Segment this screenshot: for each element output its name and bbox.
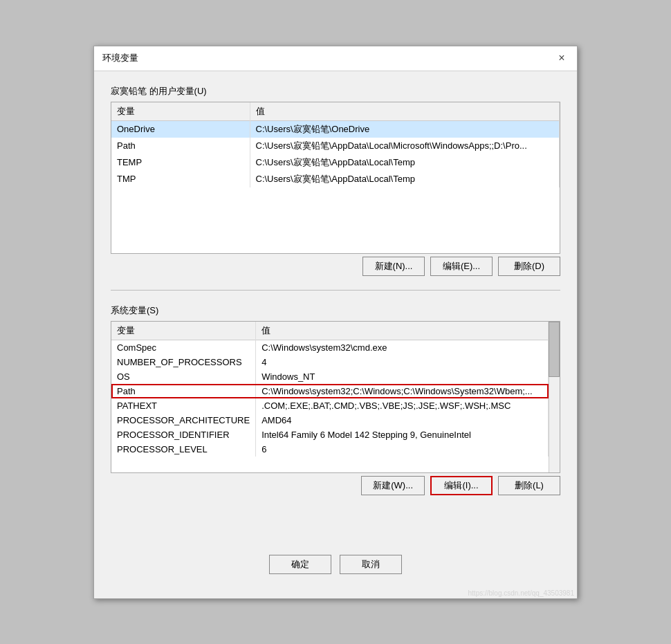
table-row[interactable]: PROCESSOR_ARCHITECTUREAMD64 [111,413,549,427]
dialog-title: 环境变量 [102,52,138,64]
table-row[interactable]: PROCESSOR_LEVEL6 [111,442,549,457]
table-row[interactable]: ComSpecC:\Windows\system32\cmd.exe [111,340,549,355]
var-cell: TEMP [111,154,250,171]
var-cell: ComSpec [111,340,256,355]
val-cell: Intel64 Family 6 Model 142 Stepping 9, G… [256,427,549,442]
val-cell: C:\Users\寂寞铅笔\AppData\Local\Temp [250,171,560,187]
user-table-header: 变量 值 [111,102,560,121]
sys-col-val: 值 [256,322,549,340]
val-cell: C:\Windows\system32\cmd.exe [256,340,549,355]
sys-buttons-row: 新建(W)... 编辑(I)... 删除(L) [111,476,560,495]
var-cell: OS [111,369,256,384]
watermark: https://blog.csdn.net/qq_43503981 [94,588,577,598]
section-divider [111,290,560,291]
ok-button[interactable]: 确定 [269,555,331,574]
val-cell: Windows_NT [256,369,549,384]
val-cell: C:\Users\寂寞铅笔\AppData\Local\Microsoft\Wi… [250,138,560,154]
close-button[interactable]: × [555,51,569,65]
sys-edit-button[interactable]: 编辑(I)... [430,476,493,495]
sys-variables-table: 变量 值 ComSpecC:\Windows\system32\cmd.exeN… [111,322,549,457]
sys-variables-section: 系统变量(S) 变量 值 ComSpecC:\Windows\system32\… [111,304,560,530]
val-cell: C:\Users\寂寞铅笔\AppData\Local\Temp [250,154,560,171]
sys-variables-table-container[interactable]: 变量 值 ComSpecC:\Windows\system32\cmd.exeN… [111,321,560,473]
scrollbar-track[interactable] [549,322,560,472]
var-cell: OneDrive [111,120,250,138]
table-row[interactable]: PathC:\Users\寂寞铅笔\AppData\Local\Microsof… [111,138,560,154]
var-cell: PROCESSOR_ARCHITECTURE [111,413,256,427]
table-row[interactable]: NUMBER_OF_PROCESSORS4 [111,355,549,369]
user-variables-table-container[interactable]: 变量 值 OneDriveC:\Users\寂寞铅笔\OneDrivePathC… [111,102,560,254]
footer-buttons: 确定 取消 [94,544,577,588]
sys-delete-button[interactable]: 删除(L) [498,476,560,495]
user-col-var: 变量 [111,102,250,121]
table-row[interactable]: OSWindows_NT [111,369,549,384]
var-cell: Path [111,384,256,398]
sys-col-var: 变量 [111,322,256,340]
sys-section-label: 系统变量(S) [111,304,560,317]
scrollbar-thumb[interactable] [549,322,560,377]
title-bar: 环境变量 × [94,46,577,71]
table-row[interactable]: PathC:\Windows\system32;C:\Windows;C:\Wi… [111,384,549,398]
sys-table-body: ComSpecC:\Windows\system32\cmd.exeNUMBER… [111,340,549,457]
cancel-button[interactable]: 取消 [340,555,402,574]
user-section-label: 寂寞铅笔 的用户变量(U) [111,85,560,98]
var-cell: PATHEXT [111,398,256,413]
table-row[interactable]: PATHEXT.COM;.EXE;.BAT;.CMD;.VBS;.VBE;JS;… [111,398,549,413]
user-variables-table: 变量 值 OneDriveC:\Users\寂寞铅笔\OneDrivePathC… [111,102,560,187]
user-col-val: 值 [250,102,560,121]
sys-table-header: 变量 值 [111,322,549,340]
user-delete-button[interactable]: 删除(D) [498,257,560,276]
sys-new-button[interactable]: 新建(W)... [361,476,425,495]
user-edit-button[interactable]: 编辑(E)... [430,257,493,276]
var-cell: NUMBER_OF_PROCESSORS [111,355,256,369]
var-cell: PROCESSOR_IDENTIFIER [111,427,256,442]
user-buttons-row: 新建(N)... 编辑(E)... 删除(D) [111,257,560,276]
table-row[interactable]: TEMPC:\Users\寂寞铅笔\AppData\Local\Temp [111,154,560,171]
user-variables-section: 寂寞铅笔 的用户变量(U) 变量 值 OneDriveC:\Users\寂寞铅笔… [111,85,560,276]
val-cell: AMD64 [256,413,549,427]
val-cell: C:\Users\寂寞铅笔\OneDrive [250,120,560,138]
user-table-body: OneDriveC:\Users\寂寞铅笔\OneDrivePathC:\Use… [111,120,560,187]
table-row[interactable]: PROCESSOR_IDENTIFIERIntel64 Family 6 Mod… [111,427,549,442]
var-cell: Path [111,138,250,154]
val-cell: 6 [256,442,549,457]
dialog-body: 寂寞铅笔 的用户变量(U) 变量 值 OneDriveC:\Users\寂寞铅笔… [94,71,577,544]
table-row[interactable]: TMPC:\Users\寂寞铅笔\AppData\Local\Temp [111,171,560,187]
var-cell: PROCESSOR_LEVEL [111,442,256,457]
val-cell: .COM;.EXE;.BAT;.CMD;.VBS;.VBE;JS;.JSE;.W… [256,398,549,413]
user-new-button[interactable]: 新建(N)... [362,257,425,276]
val-cell: C:\Windows\system32;C:\Windows;C:\Window… [256,384,549,398]
table-row[interactable]: OneDriveC:\Users\寂寞铅笔\OneDrive [111,120,560,138]
val-cell: 4 [256,355,549,369]
var-cell: TMP [111,171,250,187]
env-variables-dialog: 环境变量 × 寂寞铅笔 的用户变量(U) 变量 值 OneDriveC:\Use… [93,46,578,599]
